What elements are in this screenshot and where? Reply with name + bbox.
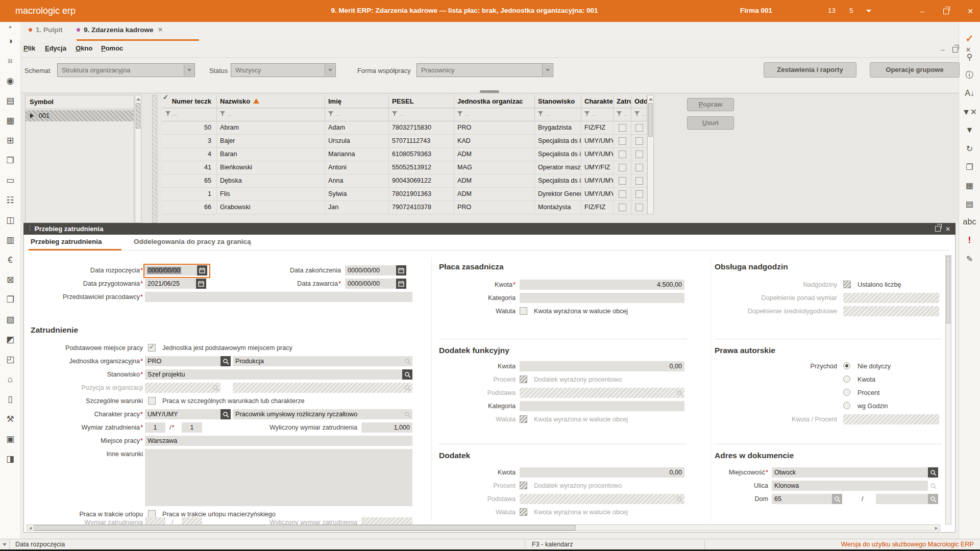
filter-cell[interactable]: ... [631, 108, 647, 121]
table-row[interactable]: 1 Flis Sylwia 78021901363 ADM Dyrektor G… [162, 188, 647, 201]
contrast-icon[interactable]: ◑ [0, 31, 20, 51]
refresh-icon[interactable]: ↻ [959, 139, 980, 158]
info-icon[interactable]: ⓘ [959, 66, 980, 84]
data-zawarcia-field[interactable]: 0000/00/00 [345, 279, 396, 289]
schemat-select[interactable]: Struktura organizacyjna [57, 63, 195, 77]
lookup-icon[interactable] [928, 494, 938, 504]
splitter-handle[interactable] [480, 90, 499, 93]
lookup-icon[interactable] [402, 369, 412, 380]
jednostka-name-field[interactable]: Produkcja [233, 356, 412, 366]
agreement-icon[interactable]: ◫ [0, 210, 20, 230]
tab-zdarzenia-kadrowe[interactable]: 9. Zdarzenia kadrowe ✕ [77, 26, 163, 34]
calendar-icon[interactable] [396, 279, 406, 289]
zatrudniony-checkbox[interactable] [619, 177, 626, 185]
oddelegowany-checkbox[interactable] [635, 124, 643, 132]
transport-icon[interactable]: ◨ [0, 449, 20, 469]
document-icon[interactable]: ▤ [959, 194, 980, 213]
table-scrollbar[interactable] [647, 95, 654, 214]
clipboard-icon[interactable]: ▯ [0, 389, 20, 409]
filter-cell[interactable]: ... [614, 108, 631, 121]
col-charakter[interactable]: Charakter [581, 95, 614, 108]
data-rozpoczecia-field[interactable]: 0000/00/00 [144, 265, 197, 276]
panel-maximize-button[interactable] [933, 224, 942, 233]
tools-icon[interactable]: ⚒ [0, 409, 20, 429]
close-button[interactable]: ✕ [965, 6, 976, 17]
panel-vertical-scrollbar[interactable] [945, 255, 951, 524]
oddelegowany-checkbox[interactable] [635, 190, 643, 198]
calendar-icon[interactable] [197, 265, 207, 276]
lookup-icon[interactable] [220, 356, 231, 366]
calculator-icon[interactable]: ▦ [0, 111, 20, 131]
przedstawiciel-field[interactable] [145, 292, 412, 302]
filter-cell[interactable]: ... [325, 108, 389, 121]
filter-cell[interactable]: ... [217, 108, 325, 121]
table-icon[interactable]: ⊞ [0, 131, 20, 151]
filter-icon[interactable]: ▼ [959, 121, 980, 139]
scroll-left-icon[interactable]: ◄ [27, 525, 34, 531]
edit-icon[interactable]: ✎ [959, 249, 980, 268]
col-oddelegowany[interactable]: Odde [631, 95, 647, 108]
filter-clear-icon[interactable]: ▼✕ [959, 103, 980, 121]
oddelegowany-checkbox[interactable] [635, 204, 643, 211]
jednostka-code-field[interactable]: PRO [145, 356, 220, 366]
zatrudniony-checkbox[interactable] [619, 164, 626, 171]
lookup-icon[interactable] [220, 409, 231, 419]
status-select[interactable]: Wszyscy [231, 63, 336, 77]
szczegolne-warunki-checkbox[interactable] [148, 397, 156, 405]
mdi-close-button[interactable]: ✕ [964, 45, 973, 54]
employee-search-icon[interactable]: ◉ [0, 71, 20, 91]
status-dropdown[interactable] [0, 539, 10, 550]
oddelegowany-checkbox[interactable] [635, 177, 643, 185]
alert-icon[interactable]: ! [959, 231, 980, 249]
benefits-icon[interactable]: ⊠ [0, 270, 20, 290]
scroll-up-icon[interactable] [135, 95, 141, 103]
d-kwota-field[interactable]: 0,00 [520, 467, 684, 478]
trash-icon[interactable]: ▣ [0, 429, 20, 449]
przychod-radio-nie-dotyczy[interactable] [843, 362, 850, 369]
sort-az-icon[interactable]: A↓ [959, 84, 980, 103]
panel-horizontal-scrollbar[interactable]: ◄ ► [27, 524, 940, 531]
zatrudniony-checkbox[interactable] [619, 151, 626, 158]
col-stanowisko[interactable]: Stanowisko [535, 95, 581, 108]
expander-icon[interactable] [30, 113, 34, 118]
tag-icon[interactable]: ◩ [0, 330, 20, 349]
charakter-name-field[interactable]: Pracownik umysłowy rozliczany ryczałtowo [233, 409, 412, 419]
bank-icon[interactable]: ⌂ [0, 369, 20, 389]
operacje-grupowe-button[interactable]: Operacje grupowe [870, 62, 960, 78]
df-kwota-field[interactable]: 0,00 [520, 361, 684, 371]
mdi-restore-button[interactable] [950, 45, 960, 54]
menu-plik[interactable]: Plik [23, 44, 35, 52]
restore-button[interactable] [940, 6, 951, 17]
placa-waluta-checkbox[interactable] [520, 307, 527, 315]
oddelegowany-checkbox[interactable] [635, 137, 643, 145]
lookup-icon[interactable] [832, 494, 842, 504]
urlop-checkbox[interactable] [148, 510, 156, 518]
ulica-field[interactable]: Klonowa [772, 481, 928, 491]
table-row[interactable]: 66 Grabowski Jan 79072410378 PRO Montaży… [162, 201, 647, 214]
table-row[interactable]: 41 Bieńkowski Antoni 55052513912 MAG Ope… [162, 161, 647, 174]
filter-cell[interactable]: ... [162, 108, 217, 121]
cards-icon[interactable]: ❒ [0, 151, 20, 170]
scrollbar-thumb[interactable] [136, 103, 140, 129]
chart-icon[interactable]: ▧ [0, 310, 20, 330]
miejsce-pracy-field[interactable]: Warszawa [145, 436, 412, 446]
placa-kwota-field[interactable]: 4.500,00 [520, 280, 684, 290]
miejscowosc-field[interactable]: Otwock [772, 467, 928, 478]
col-nazwisko[interactable]: Nazwisko [217, 95, 325, 108]
inne-warunki-textarea[interactable] [145, 449, 412, 506]
stanowisko-field[interactable]: Szef projektu [145, 369, 402, 380]
calendar-icon[interactable] [196, 279, 206, 289]
minimize-button[interactable]: – [917, 6, 928, 17]
podstawowe-miejsce-checkbox[interactable] [148, 344, 156, 352]
zestawienia-i-raporty-button[interactable]: Zestawienia i raporty [764, 62, 856, 78]
table-row[interactable]: 65 Dębska Anna 90043069122 ADM Specjalis… [162, 174, 647, 188]
grid-icon[interactable]: ▦ [959, 176, 980, 194]
zatrudniony-checkbox[interactable] [619, 137, 626, 145]
filter-cell[interactable]: ... [581, 108, 614, 121]
df-kategoria-field[interactable] [520, 401, 684, 411]
przychod-radio-kwota[interactable] [843, 375, 850, 383]
tree-item-001[interactable]: 001 [26, 110, 134, 121]
basket-icon[interactable]: ◰ [0, 349, 20, 369]
forma-wspolpracy-select[interactable]: Pracownicy [416, 63, 553, 77]
scrollbar-thumb[interactable] [946, 256, 950, 323]
